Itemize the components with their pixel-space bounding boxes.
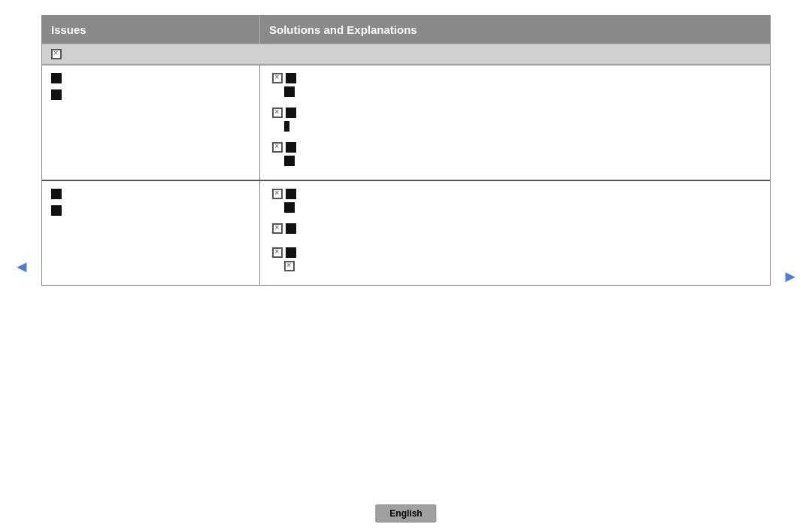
solution-group (272, 247, 758, 271)
page-wrapper: ◄ ► Issues Solutions and Explanations (0, 0, 812, 530)
solution-square-icon (286, 142, 296, 153)
solution-group (272, 142, 758, 166)
nav-right-arrow[interactable]: ► (782, 267, 798, 286)
main-table: Issues Solutions and Explanations (41, 15, 771, 286)
issue-item (51, 189, 250, 199)
solution-group (272, 73, 758, 97)
issue-item (51, 205, 250, 216)
table-subheader (42, 44, 770, 65)
bottom-bar: English (375, 504, 436, 522)
solution-checkbox-icon (272, 73, 283, 83)
nav-left-arrow[interactable]: ◄ (14, 257, 30, 277)
solution-checkbox-icon (272, 189, 283, 199)
solution-square-icon (286, 108, 296, 118)
table-header: Issues Solutions and Explanations (42, 16, 770, 44)
solution-sub-item (284, 202, 758, 213)
solution-sub-square-icon (284, 202, 295, 213)
issues-cell-1 (42, 65, 260, 180)
issue-square-icon (51, 89, 62, 100)
solution-checkbox-icon (272, 142, 283, 153)
solution-sub-item (284, 156, 758, 166)
issues-label: Issues (51, 23, 86, 36)
solution-square-icon (286, 73, 296, 83)
solution-group (272, 223, 758, 237)
solution-group (272, 108, 758, 132)
solution-square-icon (286, 189, 296, 199)
solution-sub-item (284, 261, 758, 271)
issue-square-icon (51, 189, 62, 199)
table-row (42, 180, 770, 285)
solution-group (272, 189, 758, 213)
issues-column-header: Issues (42, 16, 260, 44)
solution-checkbox-icon (272, 247, 283, 258)
solution-heading (272, 223, 758, 234)
solution-heading (272, 142, 758, 153)
solution-square-icon (286, 223, 296, 234)
solutions-cell-1 (260, 65, 770, 180)
solution-sub-checkbox-icon (284, 261, 295, 271)
solution-square-icon (286, 247, 296, 258)
solution-sub-item (284, 86, 758, 97)
solutions-column-header: Solutions and Explanations (260, 16, 770, 44)
issue-item (51, 73, 250, 83)
solution-heading (272, 247, 758, 258)
solutions-label: Solutions and Explanations (269, 23, 417, 36)
issues-cell-2 (42, 181, 260, 285)
language-button[interactable]: English (375, 504, 436, 522)
solutions-cell-2 (260, 181, 770, 285)
subheader-checkbox-icon (51, 49, 62, 59)
solution-heading (272, 189, 758, 199)
solution-sub-square-icon (284, 156, 295, 166)
solution-sub-item (284, 121, 758, 132)
solution-heading (272, 108, 758, 118)
solution-sub-square-icon (284, 86, 295, 97)
solution-checkbox-icon (272, 223, 283, 234)
table-row (42, 65, 770, 180)
issue-square-icon (51, 73, 62, 83)
solution-half-square-icon (284, 121, 289, 132)
issue-item (51, 89, 250, 100)
issue-square-icon (51, 205, 62, 216)
solution-heading (272, 73, 758, 83)
solution-checkbox-icon (272, 108, 283, 118)
